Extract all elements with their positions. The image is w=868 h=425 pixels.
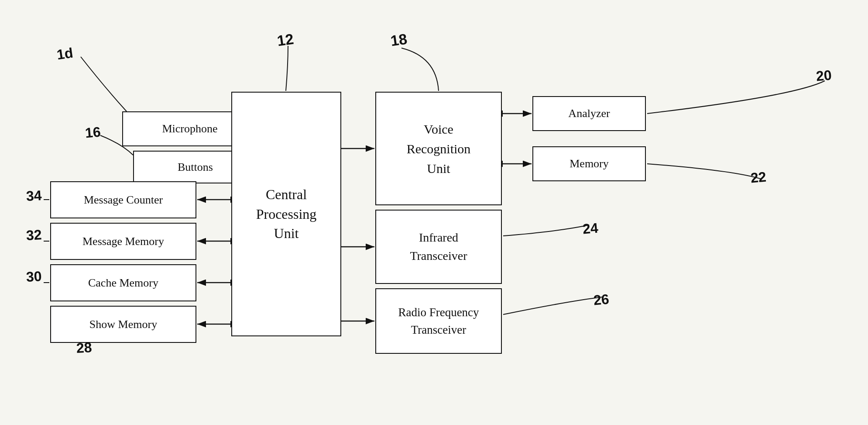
message-memory-label: Message Memory — [82, 235, 164, 248]
rf-transceiver-label: Radio Frequency Transceiver — [398, 304, 479, 339]
microphone-label: Microphone — [162, 122, 217, 135]
annotation-1d: 1d — [56, 45, 74, 63]
message-memory-box: Message Memory — [50, 223, 196, 260]
memory-box: Memory — [532, 146, 646, 181]
message-counter-label: Message Counter — [84, 193, 163, 207]
cpu-box: Central Processing Unit — [231, 92, 341, 336]
annotation-16: 16 — [84, 124, 101, 142]
show-memory-box: Show Memory — [50, 306, 196, 343]
cache-memory-label: Cache Memory — [88, 276, 158, 290]
annotation-18: 18 — [389, 31, 408, 50]
vru-box: Voice Recognition Unit — [375, 92, 502, 205]
infrared-label: Infrared Transceiver — [410, 228, 467, 265]
annotation-24: 24 — [582, 220, 599, 238]
annotation-20: 20 — [815, 67, 832, 85]
vru-label: Voice Recognition Unit — [407, 119, 471, 178]
show-memory-label: Show Memory — [89, 318, 157, 331]
analyzer-box: Analyzer — [532, 96, 646, 131]
rf-transceiver-box: Radio Frequency Transceiver — [375, 288, 502, 354]
annotation-22: 22 — [750, 169, 767, 187]
analyzer-label: Analyzer — [568, 107, 610, 120]
annotation-32: 32 — [26, 227, 42, 244]
annotation-30: 30 — [26, 268, 42, 285]
diagram-container: 1d 16 34 32 30 28 12 18 24 26 22 20 Micr… — [0, 0, 868, 425]
memory-label: Memory — [570, 157, 609, 170]
cpu-label: Central Processing Unit — [256, 185, 317, 243]
annotation-12: 12 — [276, 31, 295, 50]
infrared-box: Infrared Transceiver — [375, 210, 502, 284]
message-counter-box: Message Counter — [50, 181, 196, 218]
annotation-26: 26 — [593, 291, 610, 309]
cache-memory-box: Cache Memory — [50, 264, 196, 301]
buttons-label: Buttons — [178, 161, 213, 174]
annotation-34: 34 — [26, 187, 42, 204]
